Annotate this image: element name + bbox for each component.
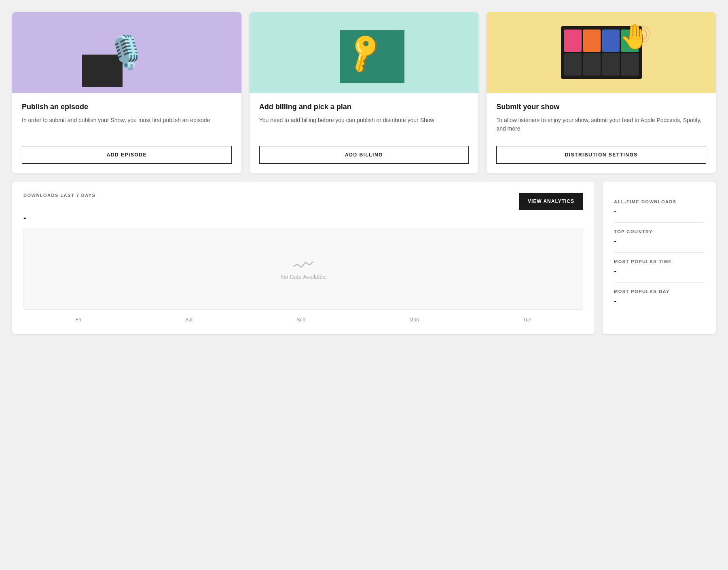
submit-card-desc: To allow listeners to enjoy your show, s…: [496, 116, 706, 133]
top-country-stat: TOP COUNTRY -: [614, 223, 705, 253]
pad-btn-7: [602, 53, 620, 76]
chart-area: No Data Available: [23, 229, 583, 310]
downloads-label: DOWNLOADS LAST 7 DAYS: [23, 193, 95, 198]
key-illustration: 🔑: [307, 18, 421, 87]
billing-card-footer: ADD BILLING: [250, 139, 479, 173]
x-label-tue: Tue: [523, 317, 531, 323]
billing-card-title: Add billing and pick a plan: [259, 103, 469, 111]
cards-section: 🎙️ Publish an episode In order to submit…: [12, 12, 716, 173]
x-label-fri: Fri: [76, 317, 81, 323]
billing-card-desc: You need to add billing before you can p…: [259, 116, 469, 133]
hand-icon: 🤚: [620, 22, 650, 51]
submit-card-footer: DISTRIBUTION SETTINGS: [487, 139, 716, 173]
bottom-section: DOWNLOADS LAST 7 DAYS VIEW ANALYTICS - N…: [12, 182, 716, 334]
distribution-settings-button[interactable]: DISTRIBUTION SETTINGS: [496, 146, 706, 164]
publish-card-footer: ADD EPISODE: [12, 139, 241, 173]
most-popular-day-value: -: [614, 297, 705, 306]
submit-card-body: Submit your show To allow listeners to e…: [487, 93, 716, 139]
pad-btn-8: [621, 53, 639, 76]
x-label-mon: Mon: [409, 317, 419, 323]
mic-icon: 🎙️: [106, 34, 147, 72]
view-analytics-button[interactable]: VIEW ANALYTICS: [519, 193, 583, 210]
publish-card-body: Publish an episode In order to submit an…: [12, 93, 241, 139]
pad-btn-5: [564, 53, 582, 76]
downloads-value: -: [23, 213, 583, 222]
chart-x-axis: Fri Sat Sun Mon Tue: [23, 313, 583, 323]
analytics-header: DOWNLOADS LAST 7 DAYS VIEW ANALYTICS: [23, 193, 583, 210]
add-billing-button[interactable]: ADD BILLING: [259, 146, 469, 164]
microphone-illustration: 🎙️: [70, 18, 183, 87]
top-country-label: TOP COUNTRY: [614, 229, 705, 234]
add-episode-button[interactable]: ADD EPISODE: [22, 146, 232, 164]
all-time-downloads-stat: ALL-TIME DOWNLOADS -: [614, 193, 705, 223]
publish-card-title: Publish an episode: [22, 103, 232, 111]
no-data-text: No Data Available: [281, 274, 326, 280]
most-popular-time-value: -: [614, 267, 705, 276]
stats-card: ALL-TIME DOWNLOADS - TOP COUNTRY - MOST …: [603, 182, 716, 334]
all-time-value: -: [614, 207, 705, 216]
most-popular-time-stat: MOST POPULAR TIME -: [614, 253, 705, 283]
billing-card: 🔑 Add billing and pick a plan You need t…: [250, 12, 479, 173]
pad-btn-3: [602, 30, 620, 52]
most-popular-day-label: MOST POPULAR DAY: [614, 289, 705, 294]
billing-card-body: Add billing and pick a plan You need to …: [250, 93, 479, 139]
submit-card-image: 🤚: [487, 12, 716, 93]
analytics-card: DOWNLOADS LAST 7 DAYS VIEW ANALYTICS - N…: [12, 182, 595, 334]
most-popular-day-stat: MOST POPULAR DAY -: [614, 283, 705, 312]
publish-episode-card: 🎙️ Publish an episode In order to submit…: [12, 12, 241, 173]
submit-card-title: Submit your show: [496, 103, 706, 111]
x-label-sat: Sat: [185, 317, 193, 323]
pad-btn-2: [583, 30, 601, 52]
top-country-value: -: [614, 237, 705, 246]
pad-btn-1: [564, 30, 582, 52]
submit-show-card: 🤚 Submit your show To allow listeners to…: [487, 12, 716, 173]
publish-card-image: 🎙️: [12, 12, 241, 93]
publish-card-desc: In order to submit and publish your Show…: [22, 116, 232, 133]
x-label-sun: Sun: [297, 317, 305, 323]
most-popular-time-label: MOST POPULAR TIME: [614, 259, 705, 264]
pad-illustration: 🤚: [545, 18, 658, 87]
all-time-label: ALL-TIME DOWNLOADS: [614, 199, 705, 204]
no-data-chart-icon: [293, 258, 313, 270]
billing-card-image: 🔑: [250, 12, 479, 93]
pad-btn-6: [583, 53, 601, 76]
